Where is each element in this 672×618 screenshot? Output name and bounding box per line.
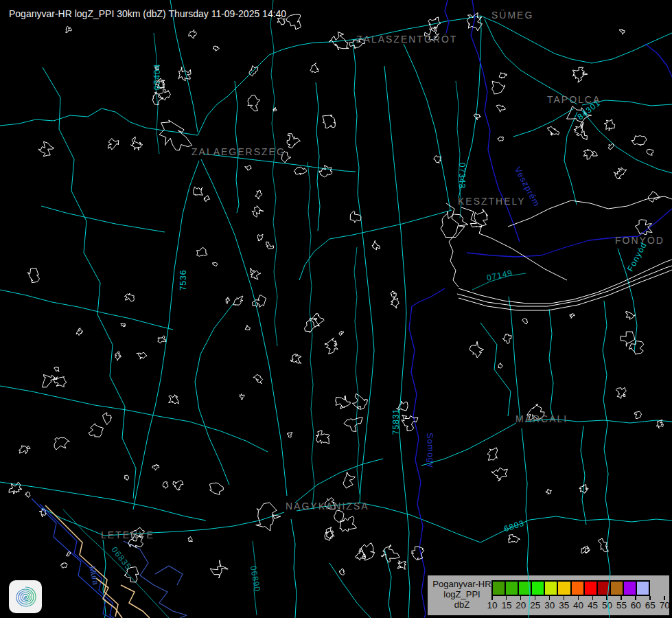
settlement-outline: [131, 137, 143, 150]
legend-tick-label: 45: [588, 600, 598, 610]
legend-tick-label: 15: [501, 600, 511, 610]
settlement-outline: [492, 81, 505, 94]
legend-color-cell: [557, 580, 571, 596]
settlement-outline: [124, 475, 128, 480]
spiral-radar-icon: [9, 580, 42, 616]
settlement-outline: [188, 536, 192, 541]
country-border: [45, 505, 150, 618]
county-name-label: Veszprém: [513, 165, 542, 209]
settlement-outline: [197, 248, 207, 257]
road-number-label: 6803: [502, 518, 526, 534]
legend-tick-label: 50: [602, 600, 612, 610]
city-label-fonyd: FONYÓD: [615, 235, 664, 246]
settlement-outline: [647, 150, 653, 156]
settlement-outline: [470, 209, 488, 227]
settlement-outline: [616, 387, 626, 398]
settlement-outline: [240, 394, 244, 400]
settlement-outline: [121, 323, 126, 327]
settlement-outline: [19, 446, 30, 454]
settlement-outline: [125, 293, 135, 301]
settlement-outline: [621, 332, 635, 346]
settlement-outline: [108, 139, 119, 150]
settlement-outline: [156, 78, 165, 89]
settlement-outline: [352, 393, 367, 409]
settlement-outline: [39, 509, 46, 517]
settlement-outline: [391, 298, 399, 308]
settlement-outline: [255, 190, 262, 199]
legend-tick-label: 25: [530, 600, 540, 610]
radar-map-canvas: [0, 0, 672, 618]
legend-color-cell: [491, 580, 506, 596]
map-labels: SÜMEGZALASZENTGRÓTTAPOLCAZALAEGERSZEGKES…: [0, 0, 672, 618]
settlement-outline: [574, 123, 588, 140]
legend-color-cell: [596, 580, 611, 596]
settlement-outline: [629, 341, 644, 354]
settlement-outline: [470, 341, 484, 358]
settlement-outline: [355, 548, 365, 560]
county-name-label: Somogy: [425, 433, 436, 468]
settlement-outline: [103, 413, 112, 425]
settlement-outline: [498, 363, 503, 369]
settlement-outline: [350, 211, 361, 222]
road-network: [0, 0, 672, 618]
settlement-outline: [310, 63, 318, 73]
settlement-outline: [158, 336, 166, 343]
settlement-outline: [487, 448, 498, 460]
road-number-label: 84301: [576, 98, 603, 122]
settlement-outline: [178, 67, 191, 81]
settlement-outline: [474, 114, 480, 120]
legend-tick-label: 40: [573, 600, 583, 610]
settlement-outline: [67, 552, 71, 556]
settlement-outline: [25, 492, 30, 497]
settlement-outline: [252, 206, 264, 218]
settlement-outline: [548, 126, 559, 135]
legend-tick-label: 20: [515, 600, 526, 610]
settlement-outline: [316, 431, 329, 444]
settlement-outline: [173, 481, 183, 490]
settlement-outline: [492, 468, 508, 481]
settlement-outline: [579, 485, 588, 494]
settlement-outline: [281, 151, 291, 163]
settlement-outline: [635, 220, 652, 235]
city-label-letenye: LETENYE: [101, 529, 154, 540]
settlement-outline: [585, 548, 590, 553]
settlement-outline: [310, 314, 324, 327]
settlement-outline: [209, 483, 223, 494]
settlement-outline: [125, 567, 139, 583]
settlement-outline: [291, 354, 302, 363]
settlement-outline: [397, 561, 406, 570]
settlement-outline: [598, 538, 609, 552]
settlement-outline: [583, 150, 597, 160]
city-label-keszthely: KESZTHELY: [458, 196, 526, 207]
settlement-outline: [305, 318, 318, 332]
city-label-zalaegerszeg: ZALAEGERSZEG: [192, 146, 286, 157]
legend-color-cell: [583, 580, 598, 596]
settlement-outline: [128, 534, 143, 548]
settlement-outline: [614, 168, 627, 179]
city-label-marcali: MARCALI: [515, 413, 568, 424]
road-number-label: 75831: [391, 409, 401, 435]
settlement-outline: [360, 543, 375, 560]
rivers: [32, 499, 187, 618]
settlement-outline: [441, 211, 468, 238]
settlement-outline: [54, 377, 67, 387]
river-name-label: Mura: [87, 565, 100, 586]
settlement-outline: [334, 510, 345, 523]
settlement-outline: [273, 108, 277, 111]
settlement-outline: [604, 119, 615, 131]
legend-title-line1: Poganyvar-HR: [432, 579, 492, 589]
settlement-outline: [608, 144, 614, 150]
settlement-outline: [434, 155, 441, 163]
legend-title: Poganyvar-HR logZ_PPI dbZ: [432, 579, 492, 610]
settlement-outline: [38, 141, 54, 156]
settlement-outline: [89, 424, 104, 437]
road-number-label: 06890: [248, 565, 262, 593]
settlement-outline: [288, 433, 292, 437]
settlement-outline: [391, 291, 396, 299]
settlement-outline: [509, 535, 520, 543]
settlement-outline: [204, 196, 210, 202]
settlement-outline: [325, 338, 338, 354]
settlement-outline: [336, 396, 351, 409]
radar-legend: Poganyvar-HR logZ_PPI dbZ 10152025303540…: [426, 574, 671, 617]
settlement-outline: [522, 319, 528, 325]
